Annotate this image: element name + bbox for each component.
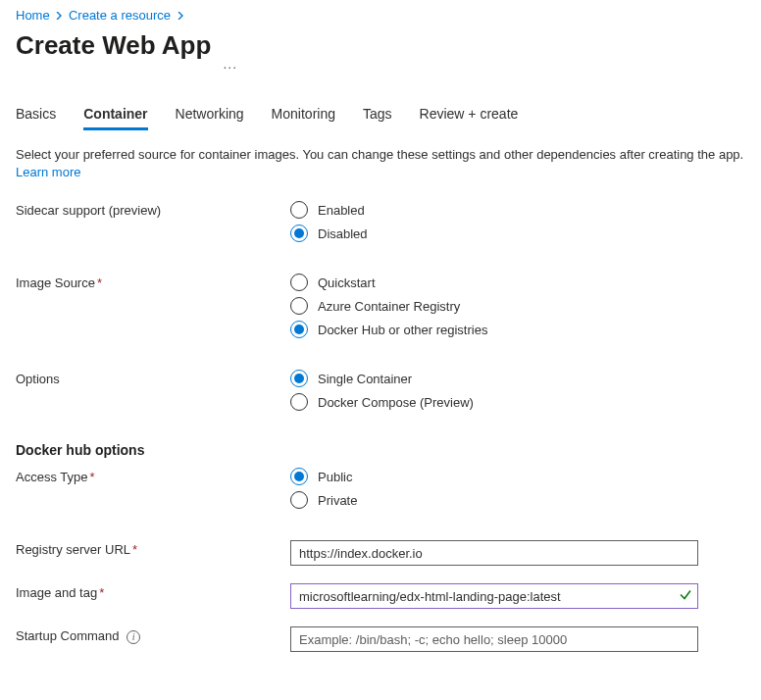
- radio-icon: [290, 201, 308, 219]
- startup-command-input[interactable]: [290, 626, 698, 652]
- image-source-label: Image Source: [16, 275, 95, 290]
- radio-icon: [290, 370, 308, 387]
- radio-icon: [290, 297, 308, 315]
- radio-label: Azure Container Registry: [318, 299, 460, 314]
- tab-networking[interactable]: Networking: [176, 100, 244, 130]
- radio-icon: [290, 491, 308, 509]
- access-type-public-radio[interactable]: Public: [290, 468, 745, 485]
- docker-hub-heading: Docker hub options: [16, 442, 745, 458]
- sidecar-label: Sidecar support (preview): [16, 201, 290, 218]
- breadcrumb: Home Create a resource: [16, 0, 745, 26]
- sidecar-disabled-radio[interactable]: Disabled: [290, 225, 745, 242]
- page-title: Create Web App: [16, 30, 211, 61]
- required-asterisk: *: [132, 542, 137, 557]
- options-docker-compose-radio[interactable]: Docker Compose (Preview): [290, 393, 745, 411]
- radio-label: Docker Hub or other registries: [318, 323, 487, 337]
- registry-url-input[interactable]: [290, 540, 698, 566]
- radio-label: Public: [318, 470, 352, 484]
- registry-url-label: Registry server URL: [16, 542, 130, 557]
- breadcrumb-create-resource[interactable]: Create a resource: [69, 8, 171, 23]
- chevron-right-icon: [55, 8, 63, 23]
- image-tag-input[interactable]: [290, 583, 698, 609]
- chevron-right-icon: [177, 8, 184, 23]
- radio-icon: [290, 274, 308, 291]
- radio-label: Enabled: [318, 203, 365, 218]
- sidecar-enabled-radio[interactable]: Enabled: [290, 201, 745, 219]
- radio-label: Single Container: [318, 372, 412, 386]
- breadcrumb-home[interactable]: Home: [16, 8, 50, 23]
- radio-icon: [290, 225, 308, 242]
- image-source-acr-radio[interactable]: Azure Container Registry: [290, 297, 745, 315]
- required-asterisk: *: [99, 585, 104, 600]
- image-source-dockerhub-radio[interactable]: Docker Hub or other registries: [290, 321, 745, 338]
- tab-basics[interactable]: Basics: [16, 100, 56, 130]
- radio-icon: [290, 468, 308, 485]
- learn-more-link[interactable]: Learn more: [16, 165, 80, 179]
- radio-label: Docker Compose (Preview): [318, 395, 474, 410]
- tab-monitoring[interactable]: Monitoring: [272, 100, 335, 130]
- info-icon[interactable]: i: [127, 630, 140, 644]
- tabs: Basics Container Networking Monitoring T…: [16, 100, 745, 130]
- radio-icon: [290, 393, 308, 411]
- tab-container[interactable]: Container: [83, 100, 147, 130]
- options-single-container-radio[interactable]: Single Container: [290, 370, 745, 387]
- image-tag-label: Image and tag: [16, 585, 97, 600]
- startup-command-label: Startup Command: [16, 628, 120, 643]
- radio-label: Private: [318, 493, 357, 508]
- radio-label: Disabled: [318, 226, 368, 241]
- radio-icon: [290, 321, 308, 338]
- more-actions-button[interactable]: ···: [223, 53, 237, 75]
- tab-tags[interactable]: Tags: [363, 100, 392, 130]
- radio-label: Quickstart: [318, 275, 376, 290]
- access-type-label: Access Type: [16, 470, 87, 484]
- options-label: Options: [16, 370, 290, 386]
- required-asterisk: *: [97, 275, 102, 290]
- access-type-private-radio[interactable]: Private: [290, 491, 745, 509]
- intro-text: Select your preferred source for contain…: [16, 146, 745, 181]
- required-asterisk: *: [89, 470, 94, 484]
- image-source-quickstart-radio[interactable]: Quickstart: [290, 274, 745, 291]
- tab-review-create[interactable]: Review + create: [420, 100, 519, 130]
- intro-text-body: Select your preferred source for contain…: [16, 147, 743, 162]
